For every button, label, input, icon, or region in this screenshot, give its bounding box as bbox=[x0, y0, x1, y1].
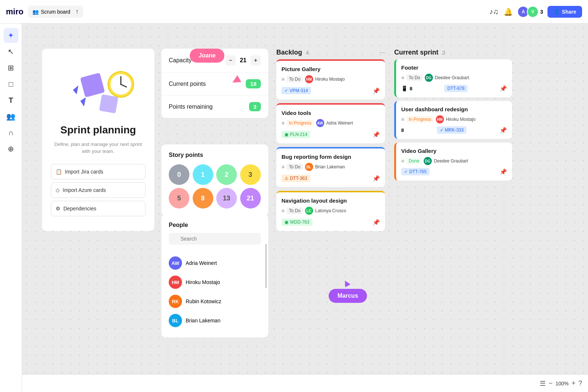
board-icon: 👥 bbox=[32, 9, 39, 15]
backlog-title-group: Backlog 4 bbox=[276, 49, 309, 56]
current-sprint-panel: Current sprint 3 Footer ≡ To Do DG Deede… bbox=[394, 49, 512, 184]
sprint-pin-2[interactable]: 📌 bbox=[500, 127, 507, 134]
dependencies-button[interactable]: ⚙ Dependencies bbox=[51, 201, 146, 216]
task-picture-gallery[interactable]: Picture Gallery ≡ To Do HM Hiroku Mostaj… bbox=[276, 59, 385, 99]
toolbar-arc[interactable]: ∩ bbox=[4, 125, 18, 140]
pin-icon-4[interactable]: 📌 bbox=[372, 219, 380, 226]
help-icon[interactable]: ? bbox=[578, 379, 582, 387]
ticket-id-3: ⚠ DTT-363 bbox=[281, 175, 310, 182]
people-scrollbar[interactable] bbox=[265, 244, 267, 288]
import-azure-button[interactable]: ◇ Import Azure cards bbox=[51, 182, 146, 198]
point-21[interactable]: 21 bbox=[240, 188, 261, 209]
capacity-value: 21 bbox=[239, 57, 248, 64]
import-azure-icon: ◇ bbox=[56, 187, 60, 193]
dependencies-icon: ⚙ bbox=[56, 206, 60, 211]
points-remaining-row: Points remaining 3 bbox=[161, 95, 268, 118]
capacity-minus-button[interactable]: − bbox=[225, 55, 236, 66]
point-1[interactable]: 1 bbox=[193, 164, 213, 185]
ticket-icon-1: ✓ bbox=[284, 88, 288, 93]
assignee-name-3: Brian Lakeman bbox=[315, 164, 345, 169]
toolbar-table[interactable]: ⊞ bbox=[4, 60, 18, 75]
people-title: People bbox=[169, 222, 261, 228]
import-jira-button[interactable]: 📋 Import Jira cards bbox=[51, 164, 146, 179]
person-rubin-name: Rubin Kotowicz bbox=[186, 298, 221, 304]
phone-icon-1: 📱 bbox=[401, 85, 407, 91]
point-2[interactable]: 2 bbox=[216, 164, 237, 185]
sprint-title-group: Current sprint 3 bbox=[394, 49, 445, 56]
assignee-name-4: Latonya Crusco bbox=[315, 208, 346, 213]
sprint-footer-left-2: 8 bbox=[401, 127, 404, 133]
sprint-card-video-gallery[interactable]: Video Gallery ≡ Done DG Deedee Graubart … bbox=[394, 143, 512, 181]
sprint-pin-1[interactable]: 📌 bbox=[500, 85, 507, 92]
person-rubin: RK Rubin Kotowicz bbox=[169, 292, 261, 311]
svg-marker-6 bbox=[80, 97, 86, 106]
avatar-hiroku: HM bbox=[169, 276, 182, 289]
task-footer-1: ✓ VPM-314 📌 bbox=[281, 87, 380, 94]
task-lines-icon-2: ≡ bbox=[281, 120, 284, 126]
current-points-row: Current points 18 bbox=[161, 73, 268, 95]
point-8[interactable]: 8 bbox=[193, 188, 213, 209]
sprint-card-meta-2: ≡ In Progress HM Hiroku Mostajo bbox=[401, 115, 507, 123]
share-button[interactable]: 👤 Share bbox=[547, 6, 582, 18]
toolbar-text[interactable]: T bbox=[4, 93, 18, 108]
marcus-label: Marcus bbox=[329, 289, 367, 303]
sprint-card-footer[interactable]: Footer ≡ To Do DG Deedee Graubart 📱 8 DT… bbox=[394, 59, 512, 97]
backlog-title: Backlog bbox=[276, 49, 302, 56]
point-5[interactable]: 5 bbox=[169, 188, 189, 209]
sprint-lines-icon-1: ≡ bbox=[401, 75, 404, 81]
upload-icon[interactable]: ↑ bbox=[76, 8, 79, 15]
zoom-out-icon[interactable]: − bbox=[549, 379, 553, 387]
sprint-card-title-1: Footer bbox=[401, 64, 507, 71]
task-video-tools[interactable]: Video tools ≡ In Progress AW Adria Weine… bbox=[276, 103, 385, 143]
pin-icon-1[interactable]: 📌 bbox=[372, 87, 380, 94]
dependencies-label: Dependencies bbox=[63, 206, 97, 211]
sprint-card-title-3: Video Gallery bbox=[401, 148, 507, 154]
task-bug-reporting[interactable]: Bug reporting form design ≡ To Do BL Bri… bbox=[276, 147, 385, 187]
point-0[interactable]: 0 bbox=[169, 164, 189, 185]
sprint-card-dashboard[interactable]: User dashboard redesign ≡ In Progress HM… bbox=[394, 101, 512, 139]
toolbar-people[interactable]: 👥 bbox=[4, 109, 18, 124]
people-search-input[interactable] bbox=[169, 233, 261, 245]
task-lines-icon-1: ≡ bbox=[281, 76, 284, 82]
sprint-illustration bbox=[51, 60, 146, 119]
sprint-assignee-name-2: Hiroku Mostajo bbox=[446, 117, 476, 122]
pin-icon-3[interactable]: 📌 bbox=[372, 175, 380, 182]
sprint-card-footer-2: 8 ✓ MRK-333 📌 bbox=[401, 126, 507, 134]
assignee-4: LC bbox=[305, 207, 313, 215]
capacity-plus-button[interactable]: + bbox=[251, 55, 261, 66]
sprint-title: Sprint planning bbox=[51, 124, 146, 136]
task-meta-2: ≡ In Progress AW Adria Weinert bbox=[281, 119, 380, 127]
sprint-pin-3[interactable]: 📌 bbox=[500, 168, 507, 175]
task-navigation-layout[interactable]: Navigation layout design ≡ To Do LC Lato… bbox=[276, 191, 385, 231]
notification-icon[interactable]: 🔔 bbox=[504, 7, 513, 16]
sprint-assignee-name-3: Deedee Graubart bbox=[434, 158, 468, 164]
toolbar-magic[interactable]: ✦ bbox=[4, 28, 18, 43]
point-3[interactable]: 3 bbox=[240, 164, 261, 185]
board-name-badge[interactable]: 👥 Scrum board ↑ bbox=[28, 6, 83, 18]
toolbar-add[interactable]: ⊕ bbox=[4, 141, 18, 156]
toolbar-cursor[interactable]: ↖ bbox=[4, 44, 18, 59]
task-meta-1: ≡ To Do HM Hiroku Mostajo bbox=[281, 75, 380, 83]
collaborator-count: 3 bbox=[540, 9, 543, 15]
task-status-1: To Do bbox=[287, 76, 302, 83]
ticket-id-2: ▣ PLN-214 bbox=[281, 131, 310, 138]
avatar-adria: AW bbox=[169, 256, 182, 270]
backlog-menu-button[interactable]: ··· bbox=[379, 49, 385, 56]
canvas[interactable]: Joane ▶ Sprint planning Define, plan and… bbox=[22, 24, 588, 392]
topbar-tool-icons: ♪♫ 🔔 bbox=[489, 7, 513, 16]
sprint-assignee-name-1: Deedee Graubart bbox=[435, 75, 469, 80]
point-13[interactable]: 13 bbox=[216, 188, 237, 209]
zoom-in-icon[interactable]: + bbox=[571, 379, 575, 387]
assignee-name-1: Hiroku Mostajo bbox=[315, 77, 345, 82]
list-view-icon[interactable]: ☰ bbox=[540, 379, 546, 388]
svg-rect-5 bbox=[99, 94, 118, 113]
sprint-planning-card: Sprint planning Define, plan and manage … bbox=[42, 49, 154, 231]
music-icon[interactable]: ♪♫ bbox=[489, 7, 498, 16]
pin-icon-2[interactable]: 📌 bbox=[372, 131, 380, 138]
toolbar-sticky[interactable]: □ bbox=[4, 77, 18, 91]
illustration-svg bbox=[51, 60, 147, 119]
topbar: miro 👥 Scrum board ↑ ♪♫ 🔔 A V 3 👤 Share bbox=[0, 0, 588, 24]
svg-marker-7 bbox=[73, 85, 78, 94]
sprint-count: 3 bbox=[442, 50, 445, 56]
sprint-card-footer-1: 📱 8 DTT-678 📌 bbox=[401, 85, 507, 92]
